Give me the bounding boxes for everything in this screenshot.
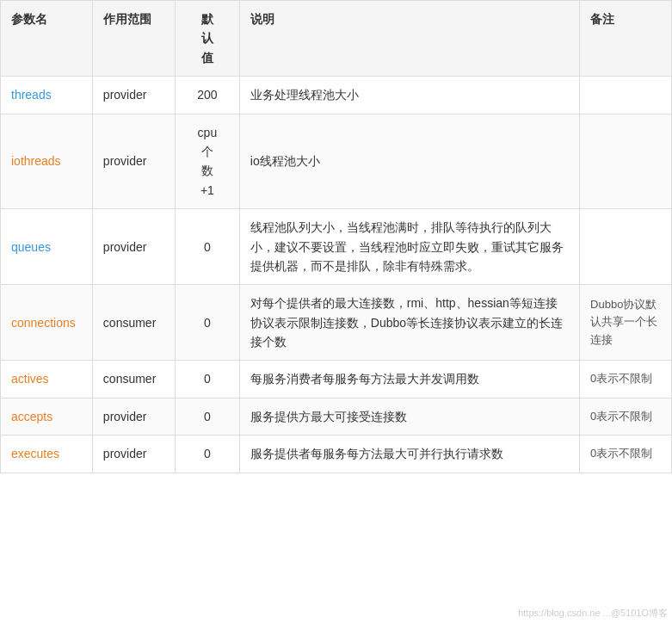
param-scope-cell: provider: [92, 398, 175, 435]
table-row: acceptsprovider0服务提供方最大可接受连接数0表示不限制: [1, 398, 672, 435]
param-default-cell: 0: [176, 436, 240, 473]
param-desc-cell: 对每个提供者的最大连接数，rmi、http、hessian等短连接协议表示限制连…: [239, 285, 579, 361]
param-note-cell: 0表示不限制: [580, 398, 672, 435]
param-name-cell: executes: [1, 436, 93, 473]
table-row: connectionsconsumer0对每个提供者的最大连接数，rmi、htt…: [1, 285, 672, 361]
header-scope: 作用范围: [92, 1, 175, 77]
param-default-cell: 0: [176, 361, 240, 398]
param-name-cell: iothreads: [1, 114, 93, 209]
table-row: activesconsumer0每服务消费者每服务每方法最大并发调用数0表示不限…: [1, 361, 672, 398]
header-note: 备注: [580, 1, 672, 77]
header-row: 参数名 作用范围 默 认 值 说明 备注: [1, 1, 672, 77]
param-name-cell: threads: [1, 77, 93, 114]
param-name: accepts: [11, 410, 52, 423]
param-desc-cell: 业务处理线程池大小: [239, 77, 579, 114]
params-table: 参数名 作用范围 默 认 值 说明 备注 threadsprovider200业…: [0, 0, 672, 473]
param-note-cell: [580, 209, 672, 285]
param-name: connections: [11, 316, 76, 330]
param-name: executes: [11, 447, 59, 460]
param-desc-cell: 每服务消费者每服务每方法最大并发调用数: [239, 361, 579, 398]
param-scope-cell: consumer: [92, 285, 175, 361]
param-scope-cell: provider: [92, 209, 175, 285]
param-scope-cell: provider: [92, 77, 175, 114]
param-note-cell: 0表示不限制: [580, 436, 672, 473]
param-scope-cell: provider: [92, 436, 175, 473]
table-row: threadsprovider200业务处理线程池大小: [1, 77, 672, 114]
param-default-cell: cpu 个 数 +1: [176, 114, 240, 209]
param-name: actives: [11, 372, 49, 386]
param-default-cell: 200: [176, 77, 240, 114]
param-note-cell: 0表示不限制: [580, 361, 672, 398]
table-row: queuesprovider0线程池队列大小，当线程池满时，排队等待执行的队列大…: [1, 209, 672, 285]
param-default-cell: 0: [176, 398, 240, 435]
param-desc-cell: 服务提供者每服务每方法最大可并行执行请求数: [239, 436, 579, 473]
header-name: 参数名: [1, 1, 93, 77]
param-scope-cell: consumer: [92, 361, 175, 398]
param-note-cell: [580, 77, 672, 114]
param-default-cell: 0: [176, 209, 240, 285]
param-name: queues: [11, 240, 51, 254]
param-name-cell: actives: [1, 361, 93, 398]
param-name-cell: accepts: [1, 398, 93, 435]
param-name: iothreads: [11, 154, 61, 168]
param-name: threads: [11, 88, 52, 102]
param-desc-cell: io线程池大小: [239, 114, 579, 209]
param-name-cell: connections: [1, 285, 93, 361]
param-name-cell: queues: [1, 209, 93, 285]
header-desc: 说明: [239, 1, 579, 77]
param-note-cell: [580, 114, 672, 209]
param-scope-cell: provider: [92, 114, 175, 209]
param-desc-cell: 服务提供方最大可接受连接数: [239, 398, 579, 435]
param-note-cell: Dubbo协议默认共享一个长连接: [580, 285, 672, 361]
param-default-cell: 0: [176, 285, 240, 361]
main-container: 参数名 作用范围 默 认 值 说明 备注 threadsprovider200业…: [0, 0, 672, 473]
table-row: iothreadsprovidercpu 个 数 +1io线程池大小: [1, 114, 672, 209]
header-default: 默 认 值: [176, 1, 240, 77]
table-row: executesprovider0服务提供者每服务每方法最大可并行执行请求数0表…: [1, 436, 672, 473]
param-desc-cell: 线程池队列大小，当线程池满时，排队等待执行的队列大小，建议不要设置，当线程池时应…: [239, 209, 579, 285]
